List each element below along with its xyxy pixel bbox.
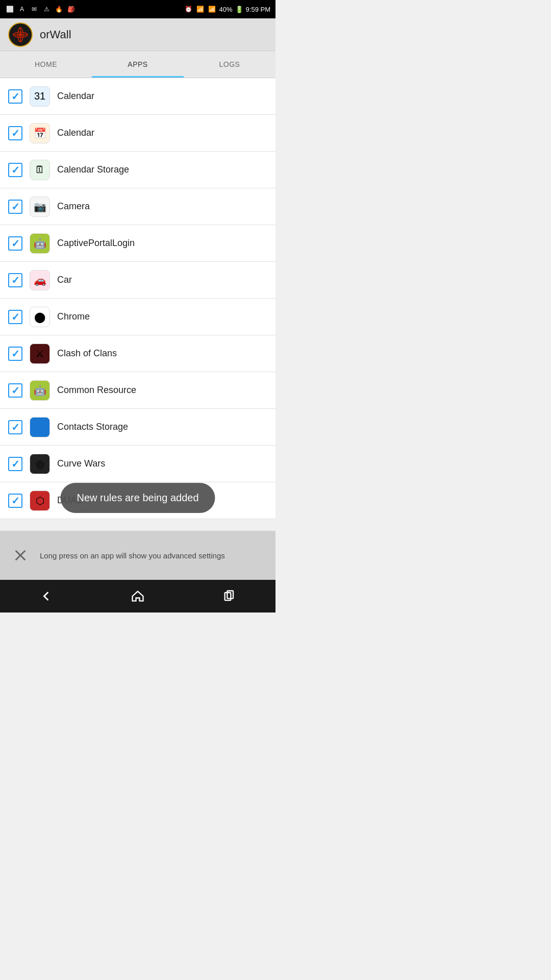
app-checkbox[interactable] [8,457,22,471]
app-icon: ⚔ [30,344,50,364]
app-checkbox[interactable] [8,420,22,434]
app-checkbox[interactable] [8,163,22,177]
font-icon: A [17,5,27,14]
app-name: Contacts Storage [57,422,128,432]
list-item[interactable]: ⚔Clash of Clans [0,335,276,372]
tablet-icon: ⬜ [5,5,14,14]
list-item[interactable]: ⬤Chrome [0,299,276,335]
app-name: Calendar Storage [57,164,129,175]
list-item[interactable]: 👤Contacts Storage [0,409,276,446]
list-item[interactable]: 📷Camera [0,188,276,225]
app-title: orWall [40,28,71,41]
tab-home[interactable]: HOME [0,51,92,78]
list-item[interactable]: 🗓Calendar Storage [0,152,276,188]
app-checkbox[interactable] [8,310,22,324]
back-button[interactable] [31,586,61,606]
hint-close-button[interactable] [10,545,31,566]
app-name: Common Resource [57,385,136,396]
app-icon: 🚗 [30,270,50,290]
bag-icon: 🎒 [66,5,76,14]
alert-icon: ⚠ [42,5,51,14]
status-bar: ⬜ A ✉ ⚠ 🔥 🎒 ⏰ 📶 📶 40% 🔋 9:59 PM [0,0,276,18]
app-name: Chrome [57,311,90,322]
app-name: Calendar [57,91,94,102]
home-button[interactable] [122,586,153,606]
app-icon: 📷 [30,197,50,217]
wifi-icon: 📶 [196,5,205,14]
tab-bar: HOME APPS LOGS [0,51,276,78]
list-item[interactable]: 🚗Car [0,262,276,299]
app-icon: ◎ [30,454,50,474]
app-icon: 31 [30,86,50,107]
time: 9:59 PM [246,6,270,13]
tab-logs[interactable]: LOGS [184,51,276,78]
app-name: Clash of Clans [57,348,117,359]
app-name: Camera [57,201,90,212]
app-icon: 🗓 [30,160,50,180]
app-icon: ⬤ [30,307,50,327]
mail-icon: ✉ [30,5,39,14]
list-item[interactable]: 📅Calendar [0,115,276,152]
battery-icon: 🔋 [235,6,243,13]
app-icon: 📅 [30,123,50,143]
list-item[interactable]: 🤖Common Resource [0,372,276,409]
app-icon: 👤 [30,417,50,437]
app-checkbox[interactable] [8,273,22,287]
app-icon: ⬡ [30,491,50,511]
app-header: orWall [0,18,276,51]
app-icon: 🤖 [30,233,50,254]
toast-notification: New rules are being added [60,483,215,513]
app-checkbox[interactable] [8,383,22,398]
toast-message: New rules are being added [77,492,198,503]
battery-percent: 40% [219,6,233,13]
status-bar-right: ⏰ 📶 📶 40% 🔋 9:59 PM [184,5,270,14]
app-checkbox[interactable] [8,89,22,104]
app-list: 31Calendar📅Calendar🗓Calendar Storage📷Cam… [0,78,276,519]
alarm-icon: ⏰ [184,5,193,14]
tab-apps[interactable]: APPS [92,51,184,78]
recents-button[interactable] [214,586,245,606]
app-icon: 🤖 [30,380,50,401]
app-logo [8,22,33,47]
app-checkbox[interactable] [8,126,22,140]
signal-icon: 📶 [208,5,217,14]
app-checkbox[interactable] [8,347,22,361]
app-name: CaptivePortalLogin [57,238,135,249]
hint-bar: Long press on an app will show you advan… [0,531,276,580]
app-checkbox[interactable] [8,494,22,508]
list-item[interactable]: 31Calendar [0,78,276,115]
app-name: Car [57,275,72,285]
app-checkbox[interactable] [8,236,22,251]
app-checkbox[interactable] [8,200,22,214]
app-name: Calendar [57,128,94,138]
fire-icon: 🔥 [54,5,63,14]
hint-text: Long press on an app will show you advan… [40,550,225,561]
app-name: Curve Wars [57,458,105,469]
bottom-nav [0,580,276,612]
status-bar-left: ⬜ A ✉ ⚠ 🔥 🎒 [5,5,76,14]
list-item[interactable]: ◎Curve Wars [0,446,276,482]
list-item[interactable]: 🤖CaptivePortalLogin [0,225,276,262]
